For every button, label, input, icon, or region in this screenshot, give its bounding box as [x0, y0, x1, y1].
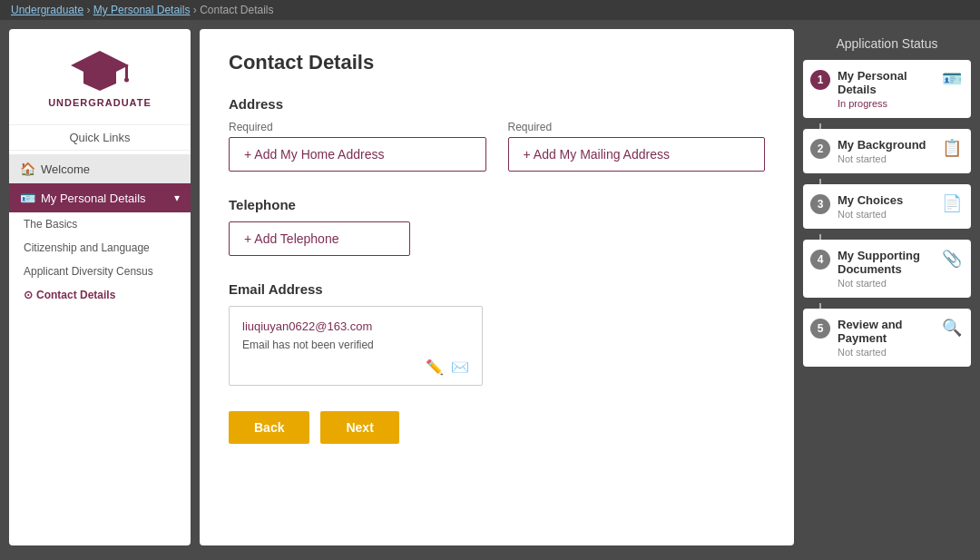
send-email-icon[interactable]: ✉️ — [451, 359, 469, 376]
status-icon-4: 📎 — [942, 249, 962, 269]
status-name-2: My Background — [838, 138, 935, 152]
status-name-3: My Choices — [838, 193, 935, 207]
status-sub-4: Not started — [838, 278, 935, 289]
institution-name: UNDERGRADUATE — [18, 97, 181, 108]
status-sub-3: Not started — [838, 209, 935, 220]
email-value: liuqiuyan0622@163.com — [242, 319, 469, 333]
mailing-address-field: Required + Add My Mailing Address — [508, 121, 766, 172]
mailing-address-required: Required — [508, 121, 766, 133]
status-item-background: 2 My Background Not started 📋 — [803, 129, 971, 173]
sidebar-logo: UNDERGRADUATE — [9, 29, 191, 124]
address-section: Address Required + Add My Home Address R… — [229, 96, 765, 172]
chevron-down-icon: ▾ — [174, 192, 180, 204]
telephone-section-label: Telephone — [229, 197, 765, 212]
main-content: Contact Details Address Required + Add M… — [200, 29, 794, 545]
status-info-3: My Choices Not started — [838, 193, 935, 220]
status-item-choices: 3 My Choices Not started 📄 — [803, 184, 971, 229]
main-container: UNDERGRADUATE Quick Links 🏠 Welcome 🪪 My… — [0, 20, 980, 555]
email-action-icons: ✏️ ✉️ — [242, 359, 469, 376]
sidebar-item-diversity[interactable]: Applicant Diversity Census — [9, 260, 191, 283]
status-icon-5: 🔍 — [942, 318, 962, 338]
status-num-3: 3 — [810, 194, 830, 214]
breadcrumb-link-undergraduate[interactable]: Undergraduate — [11, 4, 83, 16]
status-num-5: 5 — [810, 319, 830, 339]
breadcrumb-link-personal-details[interactable]: My Personal Details — [93, 4, 191, 16]
sidebar-item-citizenship[interactable]: Citizenship and Language — [9, 236, 191, 260]
status-num-1: 1 — [810, 70, 830, 90]
email-unverified-status: Email has not been verified — [242, 339, 469, 351]
status-item-review-payment: 5 Review and Payment Not started 🔍 — [803, 309, 971, 367]
status-name-5: Review and Payment — [838, 318, 935, 345]
current-item-icon: ⊙ — [24, 289, 33, 301]
status-num-4: 4 — [810, 250, 830, 270]
personal-details-icon: 🪪 — [20, 191, 35, 205]
next-button[interactable]: Next — [320, 411, 398, 444]
breadcrumb-current: Contact Details — [200, 4, 273, 16]
svg-point-3 — [124, 78, 129, 83]
status-item-supporting-docs: 4 My Supporting Documents Not started 📎 — [803, 240, 971, 298]
sidebar-item-personal-details[interactable]: 🪪 My Personal Details ▾ — [9, 183, 191, 212]
page-title: Contact Details — [229, 51, 765, 74]
address-row: Required + Add My Home Address Required … — [229, 121, 765, 172]
back-button[interactable]: Back — [229, 411, 309, 444]
edit-email-icon[interactable]: ✏️ — [426, 359, 444, 376]
status-info-1: My Personal Details In progress — [838, 69, 935, 109]
email-section-label: Email Address — [229, 281, 765, 297]
add-telephone-button[interactable]: + Add Telephone — [229, 221, 410, 256]
status-sub-2: Not started — [838, 153, 935, 164]
status-info-5: Review and Payment Not started — [838, 318, 935, 358]
sidebar-item-contact-details[interactable]: ⊙ Contact Details — [9, 283, 191, 307]
svg-marker-0 — [71, 51, 129, 80]
email-box: liuqiuyan0622@163.com Email has not been… — [229, 306, 483, 386]
status-icon-1: 🪪 — [942, 69, 962, 89]
status-item-personal-details: 1 My Personal Details In progress 🪪 — [803, 60, 971, 118]
telephone-section: Telephone + Add Telephone — [229, 197, 765, 256]
home-address-field: Required + Add My Home Address — [229, 121, 486, 172]
status-name-4: My Supporting Documents — [838, 249, 935, 276]
status-num-2: 2 — [810, 139, 830, 159]
svg-rect-2 — [125, 64, 128, 79]
graduation-cap-icon — [71, 47, 129, 91]
status-info-2: My Background Not started — [838, 138, 935, 164]
sidebar-submenu: The Basics Citizenship and Language Appl… — [9, 212, 191, 307]
status-panel-title: Application Status — [803, 29, 971, 60]
status-name-1: My Personal Details — [838, 69, 935, 96]
status-sub-1: In progress — [838, 98, 935, 109]
email-section: Email Address liuqiuyan0622@163.com Emai… — [229, 281, 765, 386]
welcome-icon: 🏠 — [20, 162, 35, 176]
status-icon-2: 📋 — [942, 138, 962, 158]
add-home-address-button[interactable]: + Add My Home Address — [229, 137, 486, 172]
breadcrumb: Undergraduate › My Personal Details › Co… — [0, 0, 980, 20]
sidebar-item-welcome[interactable]: 🏠 Welcome — [9, 154, 191, 183]
navigation-buttons: Back Next — [229, 411, 765, 444]
status-info-4: My Supporting Documents Not started — [838, 249, 935, 289]
sidebar-item-the-basics[interactable]: The Basics — [9, 212, 191, 236]
status-sub-5: Not started — [838, 347, 935, 358]
address-section-label: Address — [229, 96, 765, 112]
add-mailing-address-button[interactable]: + Add My Mailing Address — [508, 137, 766, 172]
status-icon-3: 📄 — [942, 193, 962, 213]
sidebar: UNDERGRADUATE Quick Links 🏠 Welcome 🪪 My… — [9, 29, 191, 545]
status-panel: Application Status 1 My Personal Details… — [803, 29, 971, 545]
quick-links-header: Quick Links — [9, 124, 191, 151]
home-address-required: Required — [229, 121, 486, 133]
